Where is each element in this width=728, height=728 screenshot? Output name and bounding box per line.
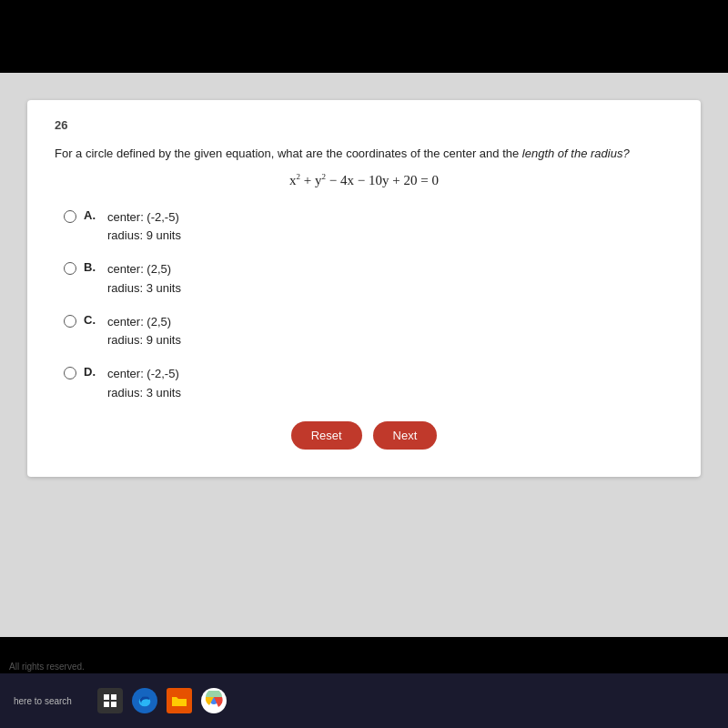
action-buttons: Reset Next: [55, 421, 673, 450]
search-bar-text: here to search: [14, 696, 72, 706]
radio-d[interactable]: [64, 367, 76, 379]
option-label-a: A.: [84, 208, 100, 222]
edge-icon[interactable]: [132, 688, 157, 713]
option-row-c[interactable]: C. center: (2,5) radius: 9 units: [64, 313, 673, 351]
taskbar-icons: [97, 688, 227, 713]
radio-b[interactable]: [64, 262, 76, 275]
option-label-c: C.: [84, 313, 100, 327]
svg-rect-0: [104, 694, 109, 700]
radio-c[interactable]: [64, 315, 76, 328]
option-text-a: center: (-2,-5) radius: 9 units: [107, 208, 181, 247]
option-text-d: center: (-2,-5) radius: 3 units: [107, 365, 181, 403]
chrome-icon[interactable]: [201, 688, 227, 713]
options-list: A. center: (-2,-5) radius: 9 units B. ce…: [64, 208, 673, 403]
option-row-d[interactable]: D. center: (-2,-5) radius: 3 units: [64, 365, 673, 403]
footer-rights: All rights reserved.: [9, 662, 85, 672]
question-text: For a circle defined by the given equati…: [55, 145, 673, 163]
svg-rect-1: [111, 694, 116, 700]
option-row-a[interactable]: A. center: (-2,-5) radius: 9 units: [64, 208, 673, 247]
question-number: 26: [55, 118, 673, 132]
taskbar: here to search: [0, 673, 728, 728]
option-row-b[interactable]: B. center: (2,5) radius: 3 units: [64, 260, 673, 298]
option-label-d: D.: [84, 365, 100, 379]
windows-icon[interactable]: [97, 688, 123, 713]
radio-a[interactable]: [64, 210, 76, 223]
reset-button[interactable]: Reset: [291, 421, 362, 450]
option-text-b: center: (2,5) radius: 3 units: [107, 260, 181, 298]
next-button[interactable]: Next: [373, 421, 438, 450]
option-text-c: center: (2,5) radius: 9 units: [107, 313, 181, 351]
svg-rect-3: [111, 702, 116, 707]
folder-icon[interactable]: [167, 688, 192, 713]
svg-rect-2: [104, 702, 109, 707]
option-label-b: B.: [84, 260, 100, 274]
equation: x2 + y2 − 4x − 10y + 20 = 0: [55, 172, 673, 188]
